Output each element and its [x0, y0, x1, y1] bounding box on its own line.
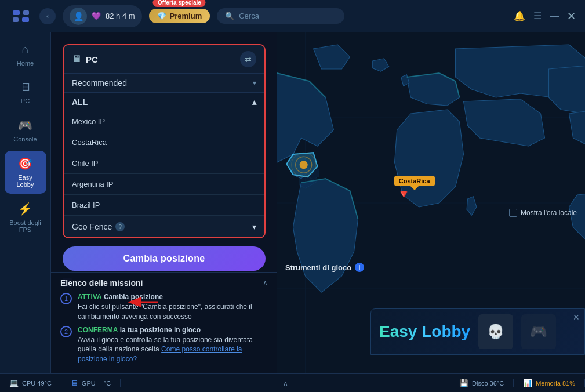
server-item-mexico[interactable]: Mexico IP: [64, 111, 264, 132]
sidebar-item-label: Easy Lobby: [9, 174, 42, 188]
easy-lobby-thumbnail-2: 🎮: [521, 314, 556, 349]
search-placeholder: Cerca: [239, 12, 259, 20]
content-area: 🖥 PC ⇄ Recommended ▾ ALL ▴: [51, 32, 585, 373]
svg-rect-3: [23, 10, 29, 15]
bottom-stat-disk: 💾 Disco 36°C: [450, 379, 514, 387]
fps-boost-icon: ⚡: [18, 202, 32, 216]
sidebar-item-home[interactable]: ⌂ Home: [5, 37, 46, 72]
search-icon: 🔍: [225, 12, 234, 20]
arrow-indicator: [126, 291, 161, 314]
server-item-argentina[interactable]: Argentina IP: [64, 174, 264, 195]
home-icon: ⌂: [21, 43, 28, 56]
server-item-brazil[interactable]: Brazil IP: [64, 195, 264, 216]
app-logo: [9, 5, 32, 28]
geo-fence-text: Geo Fence: [72, 222, 112, 231]
svg-rect-1: [22, 17, 29, 22]
all-section[interactable]: ALL ▴: [64, 92, 264, 111]
mission-status-1: ATTIVA: [78, 293, 102, 301]
console-icon: 🎮: [18, 118, 32, 132]
minimize-icon[interactable]: —: [550, 11, 559, 21]
collapse-icon[interactable]: ∧: [263, 279, 268, 287]
change-position-button[interactable]: Cambia posizione: [63, 246, 266, 271]
disk-stat: Disco 36°C: [472, 380, 504, 387]
sidebar-item-easy-lobby[interactable]: 🎯 Easy Lobby: [5, 151, 46, 194]
server-list: Mexico IP CostaRica Chile IP Argentina I…: [64, 111, 264, 216]
all-label: ALL: [72, 97, 88, 107]
switch-button[interactable]: ⇄: [240, 51, 256, 67]
mission-action-label-2: la tua posizione in gioco: [120, 326, 201, 334]
svg-rect-2: [13, 17, 19, 22]
geo-fence-row[interactable]: Geo Fence ? ▾: [64, 216, 264, 237]
cpu-stat: CPU 49°C: [22, 380, 52, 387]
sidebar-item-console[interactable]: 🎮 Console: [5, 112, 46, 148]
time-display: 82 h 4 m: [106, 12, 135, 20]
special-offer-badge: Offerta speciale: [153, 0, 206, 7]
sidebar-item-pc[interactable]: 🖥 PC: [5, 75, 46, 110]
close-button[interactable]: ✕: [567, 10, 576, 23]
map-pin: 🔻: [397, 187, 411, 201]
premium-button[interactable]: Offerta speciale 💎 Premium: [149, 9, 210, 23]
svg-rect-0: [13, 10, 20, 15]
expand-button[interactable]: ∧: [283, 379, 288, 387]
mission-item-1: 1 ATTIVA Cambia posizione Fai clic sul p…: [60, 292, 268, 321]
geo-fence-label: Geo Fence ?: [72, 222, 125, 231]
search-bar[interactable]: 🔍 Cerca: [217, 8, 344, 24]
server-item-costarica[interactable]: CostaRica: [64, 132, 264, 153]
sidebar-item-label: PC: [21, 97, 30, 104]
mission-text-1: ATTIVA Cambia posizione Fai clic sul pul…: [78, 292, 268, 321]
easy-lobby-card: Easy Lobby 💀 🎮 ✕: [370, 308, 585, 355]
switch-icon: ⇄: [245, 55, 252, 64]
pc-icon: 🖥: [20, 81, 31, 94]
back-button[interactable]: ‹: [39, 8, 56, 24]
sidebar: ⌂ Home 🖥 PC 🎮 Console 🎯 Easy Lobby ⚡ Boo…: [0, 32, 51, 373]
left-panel: 🖥 PC ⇄ Recommended ▾ ALL ▴: [51, 32, 277, 373]
cpu-icon: 💻: [9, 379, 19, 387]
bottom-stat-gpu: 🖥 GPU —°C: [61, 379, 121, 387]
help-icon[interactable]: ?: [115, 222, 125, 231]
chevron-down-icon: ▾: [252, 222, 256, 231]
bottom-bar: 💻 CPU 49°C 🖥 GPU —°C ∧ 💾 Disco 36°C 📊 Me…: [0, 373, 585, 392]
bottom-stat-cpu: 💻 CPU 49°C: [0, 379, 61, 387]
monitor-icon: 🖥: [72, 54, 81, 64]
server-box-header: 🖥 PC ⇄: [64, 45, 264, 73]
sidebar-item-fps-boost[interactable]: ⚡ Boost degli FPS: [5, 196, 46, 239]
map-area: CostaRica 🔻 Mostra l'ora locale Strument…: [277, 32, 585, 373]
mission-number-1: 1: [60, 293, 72, 304]
local-time-checkbox[interactable]: [509, 209, 517, 217]
header: ‹ 👤 💜 82 h 4 m Offerta speciale 💎 Premiu…: [0, 0, 585, 32]
game-tools-row: Strumenti di gioco i: [285, 263, 364, 272]
notification-icon[interactable]: 🔔: [514, 10, 525, 21]
mission-panel: Elenco delle missioni ∧ 1 ATTIVA Cambia …: [51, 272, 277, 373]
game-tools-label: Strumenti di gioco: [285, 263, 351, 272]
disk-icon: 💾: [459, 379, 468, 387]
sidebar-item-label: Console: [13, 136, 37, 143]
recommended-row[interactable]: Recommended ▾: [64, 73, 264, 92]
map-tooltip: CostaRica: [394, 176, 435, 186]
chevron-down-icon: ▾: [253, 79, 256, 87]
memory-icon: 📊: [523, 379, 532, 387]
gpu-stat: GPU —°C: [82, 380, 111, 387]
mission-status-2: CONFERMA: [78, 326, 118, 334]
server-box: 🖥 PC ⇄ Recommended ▾ ALL ▴: [63, 44, 266, 238]
user-area: 👤 💜 82 h 4 m: [63, 5, 142, 27]
gpu-icon: 🖥: [71, 379, 78, 387]
sidebar-item-label: Home: [17, 60, 34, 67]
info-icon[interactable]: i: [355, 263, 364, 272]
mission-text-2: CONFERMA la tua posizione in gioco Avvia…: [78, 325, 268, 364]
easy-lobby-close-button[interactable]: ✕: [573, 313, 580, 322]
bottom-center: ∧: [121, 379, 450, 387]
mission-desc-1: Fai clic sul pulsante "Cambia posizione"…: [78, 303, 252, 321]
server-name: Brazil IP: [72, 201, 100, 209]
bottom-stat-memory: 📊 Memoria 81%: [514, 379, 585, 387]
sidebar-item-label: Boost degli FPS: [9, 219, 42, 233]
server-item-chile[interactable]: Chile IP: [64, 153, 264, 174]
server-name: Mexico IP: [72, 117, 105, 126]
pc-label: 🖥 PC: [72, 54, 98, 64]
header-actions: 🔔 ☰ — ✕: [514, 10, 576, 23]
recommended-label: Recommended: [72, 78, 127, 88]
mission-number-2: 2: [60, 326, 72, 337]
server-name: Chile IP: [72, 159, 99, 168]
mission-title: Elenco delle missioni: [60, 278, 143, 288]
list-icon[interactable]: ☰: [533, 10, 542, 21]
svg-point-17: [300, 161, 308, 169]
